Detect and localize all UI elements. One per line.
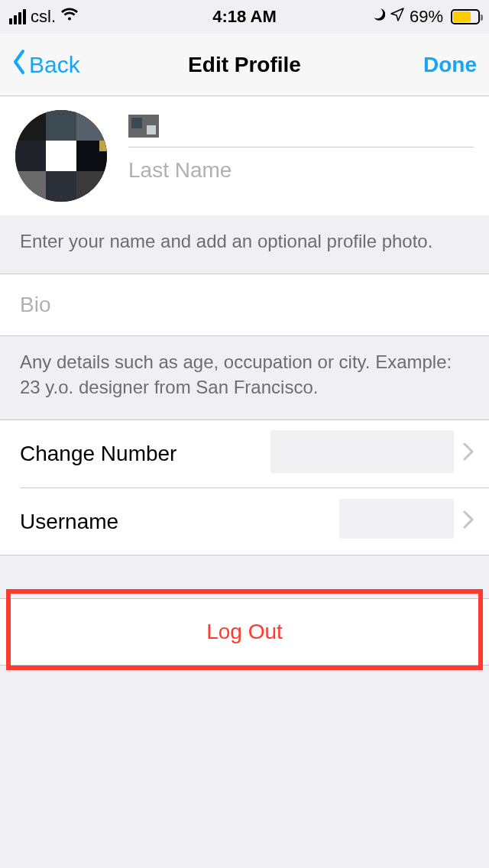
name-section: [0, 96, 489, 215]
bio-footer: Any details such as age, occupation or c…: [0, 336, 489, 419]
change-number-row[interactable]: Change Number: [0, 420, 489, 487]
moon-icon: [370, 7, 385, 27]
done-button[interactable]: Done: [423, 53, 477, 77]
back-label: Back: [29, 52, 80, 78]
bio-input[interactable]: [0, 274, 489, 335]
chevron-right-icon: [463, 442, 474, 466]
username-label: Username: [20, 510, 118, 534]
back-button[interactable]: Back: [12, 49, 80, 80]
account-list: Change Number Username: [0, 419, 489, 555]
name-footer: Enter your name and add an optional prof…: [0, 215, 489, 274]
change-number-label: Change Number: [20, 442, 176, 466]
status-bar: csl. 4:18 AM 69%: [0, 0, 489, 34]
wifi-icon: [60, 7, 79, 27]
bio-section: [0, 274, 489, 336]
avatar[interactable]: [15, 110, 107, 202]
carrier-label: csl.: [31, 7, 56, 27]
status-right: 69%: [370, 7, 480, 27]
status-left: csl.: [9, 7, 79, 27]
nav-bar: Back Edit Profile Done: [0, 34, 489, 96]
chevron-right-icon: [463, 510, 474, 534]
chevron-left-icon: [12, 49, 28, 80]
status-time: 4:18 AM: [212, 7, 277, 27]
username-row[interactable]: Username: [20, 487, 489, 555]
logout-button[interactable]: Log Out: [0, 598, 489, 666]
location-icon: [390, 7, 405, 27]
page-title: Edit Profile: [188, 53, 301, 77]
battery-icon: [448, 9, 480, 24]
first-name-redacted: [128, 115, 159, 138]
signal-icon: [9, 9, 26, 24]
battery-pct: 69%: [410, 7, 443, 27]
last-name-input[interactable]: [128, 147, 474, 193]
username-value: [118, 499, 454, 544]
change-number-value: [176, 430, 454, 478]
name-fields: [128, 110, 474, 202]
